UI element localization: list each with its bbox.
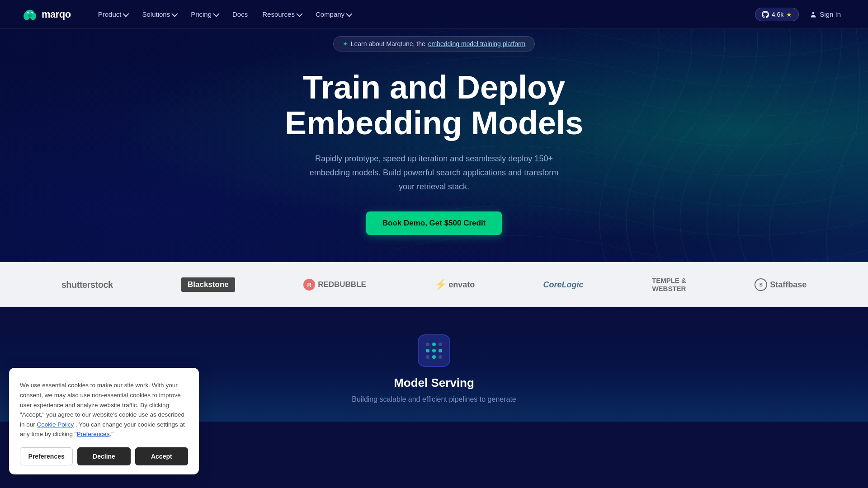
- model-serving-desc: Building scalable and efficient pipeline…: [352, 395, 516, 404]
- hero-section: ✦ Learn about Marqtune, the embedding mo…: [0, 0, 868, 262]
- cookie-text: We use essential cookies to make our sit…: [20, 380, 188, 439]
- announcement-bar: ✦ Learn about Marqtune, the embedding mo…: [333, 36, 535, 52]
- dot: [439, 343, 442, 346]
- cookie-accept-button[interactable]: Accept: [135, 447, 188, 465]
- model-serving-title: Model Serving: [394, 376, 474, 390]
- dot: [432, 343, 436, 346]
- staffbase-circle-icon: S: [755, 278, 767, 291]
- nav-links: Product Solutions Pricing Docs Resources…: [93, 8, 755, 21]
- chevron-down-icon: [296, 10, 302, 17]
- nav-resources[interactable]: Resources: [257, 8, 307, 21]
- cookie-preferences-link[interactable]: Preferences: [77, 431, 110, 437]
- hero-subtitle: Rapidly prototype, speed up iteration an…: [307, 152, 561, 193]
- github-stars-button[interactable]: 4.6k ★: [755, 8, 799, 21]
- logo-corelogic: CoreLogic: [543, 280, 584, 290]
- cookie-buttons: Preferences Decline Accept: [20, 447, 188, 465]
- chevron-down-icon: [172, 10, 178, 17]
- dot: [439, 355, 442, 359]
- dot: [432, 349, 436, 352]
- dot: [432, 355, 436, 359]
- announcement-star-icon: ✦: [343, 40, 348, 47]
- model-serving-icon: [418, 334, 450, 367]
- announcement-link[interactable]: embedding model training platform: [428, 40, 526, 47]
- cookie-policy-link[interactable]: Cookie Policy: [37, 421, 74, 428]
- cookie-preferences-button[interactable]: Preferences: [20, 447, 73, 465]
- star-icon: ★: [786, 11, 792, 18]
- signin-button[interactable]: Sign In: [804, 8, 846, 21]
- navbar: marqo Product Solutions Pricing Docs Res…: [0, 0, 868, 29]
- nav-actions: 4.6k ★ Sign In: [755, 8, 846, 21]
- logo-envato: ⚡ envato: [434, 279, 475, 291]
- svg-point-5: [28, 13, 28, 14]
- svg-point-6: [31, 13, 32, 14]
- redbubble-icon: R: [303, 279, 315, 291]
- cookie-banner: We use essential cookies to make our sit…: [9, 368, 199, 474]
- chevron-down-icon: [346, 10, 352, 17]
- chevron-down-icon: [123, 10, 129, 17]
- dot: [426, 343, 429, 346]
- svg-rect-9: [32, 18, 34, 20]
- hero-title: Train and Deploy Embedding Models: [285, 70, 583, 141]
- nav-product[interactable]: Product: [93, 8, 133, 21]
- logo-temple-webster: TEMPLE &WEBSTER: [652, 277, 686, 293]
- logo-text: marqo: [42, 9, 71, 20]
- dot: [426, 355, 429, 359]
- logo-blackstone: Blackstone: [181, 277, 235, 292]
- logo-icon: [22, 8, 38, 21]
- nav-pricing[interactable]: Pricing: [185, 8, 223, 21]
- logo-staffbase: S Staffbase: [755, 278, 807, 291]
- logo-shutterstock: shutterstock: [61, 280, 113, 290]
- envato-bolt-icon: ⚡: [434, 279, 447, 291]
- chevron-down-icon: [213, 10, 219, 17]
- nav-docs[interactable]: Docs: [227, 8, 253, 21]
- logos-strip: shutterstock Blackstone R REDBUBBLE ⚡ en…: [0, 262, 868, 307]
- cta-button[interactable]: Book Demo, Get $500 Credit: [366, 211, 502, 235]
- dot: [439, 349, 442, 352]
- nav-company[interactable]: Company: [310, 8, 356, 21]
- dot: [426, 349, 429, 352]
- user-icon: [810, 11, 817, 18]
- logo[interactable]: marqo: [22, 8, 71, 21]
- logo-redbubble: R REDBUBBLE: [303, 279, 366, 291]
- svg-point-7: [28, 14, 32, 17]
- dots-grid: [426, 343, 442, 359]
- nav-solutions[interactable]: Solutions: [137, 8, 182, 21]
- cookie-decline-button[interactable]: Decline: [77, 447, 130, 465]
- github-icon: [762, 11, 769, 18]
- svg-rect-8: [26, 18, 28, 20]
